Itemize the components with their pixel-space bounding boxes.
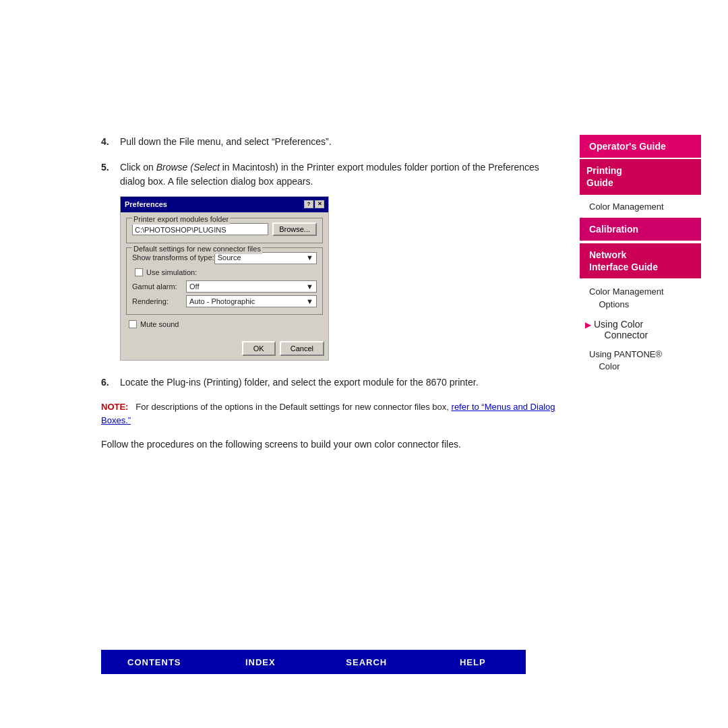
rendering-row: Rendering: Auto - Photographic ▼ bbox=[132, 295, 317, 307]
path-input[interactable]: C:\PHOTOSHOP\PLUGINS bbox=[132, 223, 268, 235]
step-6-text: Locate the Plug-ins (Printing) folder, a… bbox=[120, 375, 479, 390]
operators-guide-tab[interactable]: Operator's Guide bbox=[580, 135, 701, 158]
step-4-text: Pull down the File menu, and select “Pre… bbox=[120, 135, 332, 150]
rendering-select[interactable]: Auto - Photographic ▼ bbox=[186, 295, 317, 307]
step-6-number: 6. bbox=[101, 375, 120, 390]
left-content: 4. Pull down the File menu, and select “… bbox=[101, 135, 580, 650]
dialog-titlebar-buttons: ? ✕ bbox=[304, 200, 324, 208]
mute-sound-row: Mute sound bbox=[126, 319, 323, 330]
step-5-number: 5. bbox=[101, 160, 120, 189]
nav-help-label: HELP bbox=[460, 657, 486, 667]
use-simulation-row: Use simulation: bbox=[132, 267, 317, 278]
dialog-body: Printer export modules folder C:\PHOTOSH… bbox=[121, 212, 328, 338]
dialog-title: Preferences bbox=[125, 199, 167, 210]
step-5-text: Click on Browse (Select in Macintosh) in… bbox=[120, 160, 559, 189]
dialog-group-defaults: Default settings for new connector files… bbox=[126, 247, 323, 315]
network-guide-tab[interactable]: NetworkInterface Guide bbox=[580, 243, 701, 278]
dialog-titlebar: Preferences ? ✕ bbox=[121, 197, 328, 212]
dialog-group-modules: Printer export modules folder C:\PHOTOSH… bbox=[126, 218, 323, 243]
sidebar-item-network-guide[interactable]: NetworkInterface Guide bbox=[580, 243, 701, 278]
step-6: 6. Locate the Plug-ins (Printing) folder… bbox=[101, 375, 559, 390]
bottom-wrapper: CONTENTS INDEX SEARCH HELP bbox=[0, 650, 728, 674]
nav-index-label: INDEX bbox=[245, 657, 276, 667]
nav-search[interactable]: SEARCH bbox=[313, 650, 420, 674]
gamut-alarm-row: Gamut alarm: Off ▼ bbox=[132, 280, 317, 293]
sidebar-item-using-pantone[interactable]: Using PANTONE® Color bbox=[580, 345, 701, 376]
sidebar-item-using-color-connector[interactable]: ▶ Using Color Connector bbox=[580, 315, 701, 344]
note-label: NOTE: bbox=[101, 402, 128, 412]
preferences-dialog: Preferences ? ✕ Printer export modules f… bbox=[120, 196, 329, 361]
step-5: 5. Click on Browse (Select in Macintosh)… bbox=[101, 160, 559, 367]
dialog-close-btn[interactable]: ✕ bbox=[315, 200, 324, 208]
top-space bbox=[0, 0, 728, 135]
main-content: 4. Pull down the File menu, and select “… bbox=[0, 135, 728, 650]
network-guide-label: NetworkInterface Guide bbox=[589, 249, 658, 272]
group2-label: Default settings for new connector files bbox=[132, 243, 262, 255]
sidebar-item-color-mgmt-options[interactable]: Color Management Options bbox=[580, 282, 701, 313]
mute-sound-checkbox[interactable] bbox=[129, 320, 137, 328]
nav-index[interactable]: INDEX bbox=[208, 650, 314, 674]
note-section: NOTE: For descriptions of the options in… bbox=[101, 400, 559, 427]
nav-contents-label: CONTENTS bbox=[127, 657, 181, 667]
use-simulation-checkbox[interactable] bbox=[135, 268, 143, 276]
use-simulation-label: Use simulation: bbox=[146, 267, 197, 278]
bottom-nav-bar: CONTENTS INDEX SEARCH HELP bbox=[101, 650, 526, 674]
gamut-alarm-label: Gamut alarm: bbox=[132, 281, 186, 293]
browse-button[interactable]: Browse... bbox=[272, 222, 317, 236]
color-management-label: Color Management bbox=[589, 202, 664, 212]
note-text: For descriptions of the options in the D… bbox=[131, 402, 451, 412]
follow-text: Follow the procedures on the following s… bbox=[101, 437, 559, 452]
group1-label: Printer export modules folder bbox=[132, 214, 230, 225]
using-color-connector-label: Using Color Connector bbox=[594, 319, 648, 340]
step-4-number: 4. bbox=[101, 135, 120, 150]
printing-guide-tab[interactable]: PrintingGuide bbox=[580, 159, 701, 194]
rendering-label: Rendering: bbox=[132, 296, 186, 307]
cancel-button[interactable]: Cancel bbox=[280, 341, 324, 356]
sidebar-item-operators-guide[interactable]: Operator's Guide bbox=[580, 135, 701, 158]
dialog-help-btn[interactable]: ? bbox=[304, 200, 313, 208]
dialog-footer: OK Cancel bbox=[121, 338, 328, 360]
sidebar-item-calibration[interactable]: Calibration bbox=[580, 218, 701, 241]
ok-button[interactable]: OK bbox=[242, 341, 276, 356]
nav-contents[interactable]: CONTENTS bbox=[101, 650, 208, 674]
sidebar-item-color-management[interactable]: Color Management bbox=[580, 198, 701, 216]
using-pantone-label: Using PANTONE® Color bbox=[589, 349, 662, 371]
calibration-tab[interactable]: Calibration bbox=[580, 218, 701, 241]
printing-guide-label: PrintingGuide bbox=[586, 165, 622, 188]
nav-help[interactable]: HELP bbox=[420, 650, 526, 674]
sidebar-item-printing-guide[interactable]: PrintingGuide bbox=[580, 159, 701, 194]
nav-search-label: SEARCH bbox=[346, 657, 387, 667]
step-4: 4. Pull down the File menu, and select “… bbox=[101, 135, 559, 150]
arrow-icon: ▶ bbox=[585, 320, 591, 330]
operators-guide-label: Operator's Guide bbox=[589, 141, 666, 152]
gamut-alarm-select[interactable]: Off ▼ bbox=[186, 280, 317, 293]
calibration-label: Calibration bbox=[589, 224, 638, 235]
page-wrapper: 4. Pull down the File menu, and select “… bbox=[0, 0, 728, 728]
mute-sound-label: Mute sound bbox=[140, 319, 179, 330]
color-mgmt-options-label: Color Management Options bbox=[589, 286, 664, 309]
right-sidebar: Operator's Guide PrintingGuide Color Man… bbox=[580, 135, 701, 650]
